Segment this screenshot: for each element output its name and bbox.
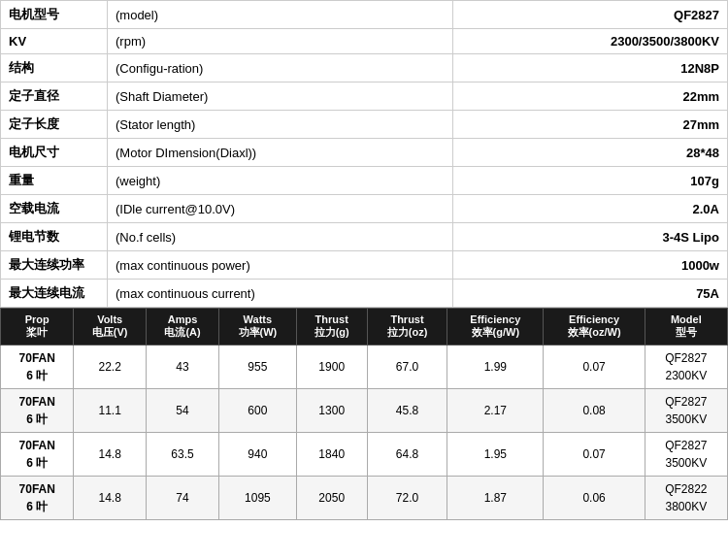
col-amps: Amps电流(A) (146, 309, 218, 346)
spec-row: 电机尺寸 (Motor DImension(Diaxl)) 28*48 (1, 139, 728, 167)
spec-chinese: 重量 (1, 167, 108, 195)
spec-chinese: 定子长度 (1, 111, 108, 139)
spec-english: (IDle current@10.0V) (108, 195, 453, 223)
cell-thrust-oz: 45.8 (367, 389, 447, 433)
spec-chinese: 空载电流 (1, 195, 108, 223)
spec-value: 75A (452, 280, 727, 308)
col-thrust-g: Thrust拉力(g) (296, 309, 367, 346)
spec-value: 3-4S Lipo (452, 223, 727, 251)
spec-english: (max continuous power) (108, 251, 453, 280)
spec-value: 1000w (452, 251, 727, 280)
spec-english: (model) (108, 1, 453, 29)
cell-eff-oz: 0.07 (544, 346, 645, 389)
cell-watts: 940 (219, 433, 296, 477)
spec-chinese: 电机型号 (1, 1, 108, 29)
spec-chinese: 锂电节数 (1, 223, 108, 251)
cell-amps: 43 (146, 346, 218, 389)
spec-chinese: KV (1, 29, 108, 54)
cell-amps: 54 (146, 389, 218, 433)
cell-watts: 1095 (219, 477, 296, 520)
col-model: Model型号 (645, 309, 727, 346)
cell-thrust-oz: 72.0 (367, 477, 447, 520)
perf-table: Prop桨叶 Volts电压(V) Amps电流(A) Watts功率(W) T… (0, 308, 728, 520)
spec-row: 定子直径 (Shaft Diameter) 22mm (1, 82, 728, 111)
spec-english: (Stator length) (108, 111, 453, 139)
cell-model: QF28273500KV (645, 433, 727, 477)
perf-header-row: Prop桨叶 Volts电压(V) Amps电流(A) Watts功率(W) T… (1, 309, 728, 346)
perf-data-row: 70FAN6 叶 14.8 74 1095 2050 72.0 1.87 0.0… (1, 477, 728, 520)
cell-eff-g: 1.99 (447, 346, 544, 389)
spec-english: (rpm) (108, 29, 453, 54)
cell-amps: 74 (146, 477, 218, 520)
cell-eff-g: 2.17 (447, 389, 544, 433)
cell-thrust-oz: 64.8 (367, 433, 447, 477)
cell-prop: 70FAN6 叶 (1, 433, 74, 477)
spec-english: (Motor DImension(Diaxl)) (108, 139, 453, 167)
spec-chinese: 最大连续功率 (1, 251, 108, 280)
spec-value: 28*48 (452, 139, 727, 167)
cell-volts: 14.8 (74, 433, 146, 477)
spec-chinese: 结构 (1, 54, 108, 82)
cell-volts: 11.1 (74, 389, 146, 433)
spec-row: 电机型号 (model) QF2827 (1, 1, 728, 29)
cell-thrust-g: 1300 (296, 389, 367, 433)
col-watts: Watts功率(W) (219, 309, 296, 346)
cell-volts: 14.8 (74, 477, 146, 520)
spec-row: 结构 (Configu-ration) 12N8P (1, 54, 728, 82)
cell-eff-oz: 0.07 (544, 433, 645, 477)
cell-model: QF28223800KV (645, 477, 727, 520)
spec-value: 22mm (452, 82, 727, 111)
cell-thrust-g: 2050 (296, 477, 367, 520)
spec-english: (weight) (108, 167, 453, 195)
spec-chinese: 电机尺寸 (1, 139, 108, 167)
spec-value: 107g (452, 167, 727, 195)
cell-eff-g: 1.87 (447, 477, 544, 520)
spec-value: 2.0A (452, 195, 727, 223)
spec-value: 12N8P (452, 54, 727, 82)
perf-data-row: 70FAN6 叶 11.1 54 600 1300 45.8 2.17 0.08… (1, 389, 728, 433)
cell-prop: 70FAN6 叶 (1, 389, 74, 433)
cell-amps: 63.5 (146, 433, 218, 477)
cell-volts: 22.2 (74, 346, 146, 389)
cell-thrust-oz: 67.0 (367, 346, 447, 389)
spec-value: 27mm (452, 111, 727, 139)
spec-english: (No.f cells) (108, 223, 453, 251)
col-prop: Prop桨叶 (1, 309, 74, 346)
col-eff-oz: Efficiency效率(oz/W) (544, 309, 645, 346)
spec-row: 最大连续功率 (max continuous power) 1000w (1, 251, 728, 280)
cell-model: QF28273500KV (645, 389, 727, 433)
spec-english: (Shaft Diameter) (108, 82, 453, 111)
cell-thrust-g: 1840 (296, 433, 367, 477)
spec-chinese: 最大连续电流 (1, 280, 108, 308)
cell-eff-g: 1.95 (447, 433, 544, 477)
col-eff-g: Efficiency效率(g/W) (447, 309, 544, 346)
cell-thrust-g: 1900 (296, 346, 367, 389)
spec-row: KV (rpm) 2300/3500/3800KV (1, 29, 728, 54)
cell-eff-oz: 0.06 (544, 477, 645, 520)
spec-row: 锂电节数 (No.f cells) 3-4S Lipo (1, 223, 728, 251)
cell-watts: 955 (219, 346, 296, 389)
spec-row: 定子长度 (Stator length) 27mm (1, 111, 728, 139)
col-thrust-oz: Thrust拉力(oz) (367, 309, 447, 346)
cell-watts: 600 (219, 389, 296, 433)
spec-english: (max continuous current) (108, 280, 453, 308)
spec-chinese: 定子直径 (1, 82, 108, 111)
cell-prop: 70FAN6 叶 (1, 477, 74, 520)
cell-model: QF28272300KV (645, 346, 727, 389)
cell-prop: 70FAN6 叶 (1, 346, 74, 389)
spec-table: 电机型号 (model) QF2827 KV (rpm) 2300/3500/3… (0, 0, 728, 308)
spec-value: 2300/3500/3800KV (452, 29, 727, 54)
spec-row: 重量 (weight) 107g (1, 167, 728, 195)
spec-row: 最大连续电流 (max continuous current) 75A (1, 280, 728, 308)
cell-eff-oz: 0.08 (544, 389, 645, 433)
spec-row: 空载电流 (IDle current@10.0V) 2.0A (1, 195, 728, 223)
col-volts: Volts电压(V) (74, 309, 146, 346)
perf-data-row: 70FAN6 叶 22.2 43 955 1900 67.0 1.99 0.07… (1, 346, 728, 389)
spec-english: (Configu-ration) (108, 54, 453, 82)
perf-data-row: 70FAN6 叶 14.8 63.5 940 1840 64.8 1.95 0.… (1, 433, 728, 477)
spec-value: QF2827 (452, 1, 727, 29)
